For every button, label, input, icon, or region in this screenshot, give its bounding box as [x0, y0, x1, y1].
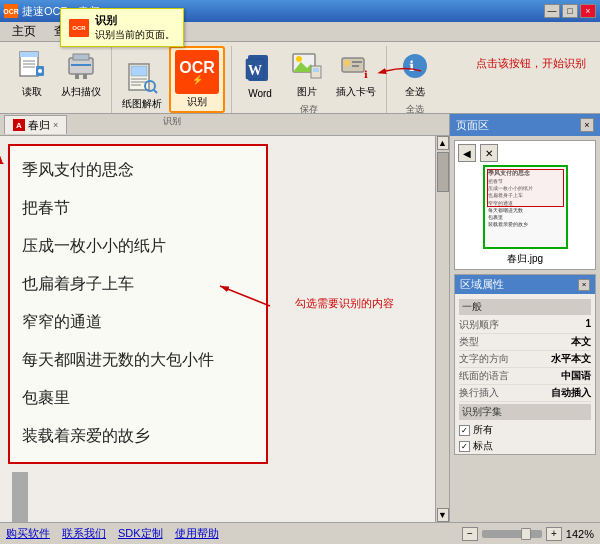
minimize-button[interactable]: — [544, 4, 560, 18]
doc-line-2: 压成一枚小小的纸片 [22, 230, 254, 264]
insert-card-icon: ℹ [338, 48, 374, 84]
filter-section: 识别字集 [459, 404, 591, 420]
properties-section: 区域属性 × 一般 识别顺序 1 类型 本文 文字的方向 水平本文 [454, 274, 596, 455]
tab-spring[interactable]: A 春归 × [4, 115, 67, 134]
read-label: 读取 [22, 85, 42, 99]
ribbon-group-file: 读取 从扫描仪 [4, 46, 112, 113]
ribbon-annotation: 点击该按钮，开始识别 [476, 56, 586, 71]
ribbon-buttons-process: 纸图解析 OCR ⚡ 识别 [118, 46, 225, 113]
tooltip-desc: 识别当前的页面。 [95, 28, 175, 42]
props-header: 区域属性 × [455, 275, 595, 294]
general-section: 一般 [459, 299, 591, 315]
window-controls: — □ × [544, 4, 596, 18]
status-bar: 购买软件 联系我们 SDK定制 使用帮助 − + 142% [0, 522, 600, 544]
parse-icon [124, 60, 160, 96]
checkbox-all-box[interactable]: ✓ [459, 425, 470, 436]
ribbon: 读取 从扫描仪 [0, 42, 600, 114]
read-icon [14, 48, 50, 84]
insert-card-button[interactable]: ℹ 插入卡号 [332, 46, 380, 101]
page-area-close-button[interactable]: × [580, 118, 594, 132]
tab-close-button[interactable]: × [53, 120, 58, 130]
picture-button[interactable]: 图片 [285, 46, 329, 101]
thumb-delete-button[interactable]: ✕ [480, 144, 498, 162]
prop-label-type: 类型 [459, 335, 479, 349]
contact-link[interactable]: 联系我们 [62, 526, 106, 541]
prop-value-insert: 自动插入 [551, 386, 591, 400]
doc-line-1: 把春节 [22, 192, 254, 226]
tab-label: 春归 [28, 118, 50, 133]
vertical-scrollbar[interactable]: ▲ ▼ [435, 136, 449, 522]
checkbox-punct-box[interactable]: ✓ [459, 441, 470, 452]
scan-button[interactable]: 从扫描仪 [57, 46, 105, 101]
select-group-label: 全选 [406, 103, 424, 116]
prop-row-direction: 文字的方向 水平本文 [459, 351, 591, 368]
app-icon: OCR [4, 4, 18, 18]
svg-rect-10 [75, 74, 79, 79]
buy-link[interactable]: 购买软件 [6, 526, 50, 541]
word-label: Word [248, 88, 272, 99]
checkbox-punct: ✓ 标点 [459, 438, 591, 454]
doc-scroll: A 季风支付的思念 把春节 压成一枚小小的纸片 也扁着身子上车 窄窄的通道 每天… [0, 136, 449, 522]
zoom-out-button[interactable]: − [462, 527, 478, 541]
page-area-controls: × [580, 118, 594, 132]
thumb-highlight [487, 169, 564, 207]
parse-button[interactable]: 纸图解析 [118, 58, 166, 113]
thumb-prev-button[interactable]: ◀ [458, 144, 476, 162]
output-group-label: 保存 [300, 103, 318, 116]
svg-text:ℹ: ℹ [364, 69, 368, 80]
content-annotation: 勾选需要识别的内容 [295, 296, 394, 311]
zoom-thumb[interactable] [521, 528, 531, 540]
ribbon-group-process: 纸图解析 OCR ⚡ 识别 识别 [112, 46, 232, 113]
region-marker: A [0, 150, 4, 168]
right-panel: 页面区 × ◀ ✕ 季风支付的思念 把春节 压成一枚小小的纸片 也扁着身子 [450, 114, 600, 522]
word-button[interactable]: W Word [238, 49, 282, 101]
help-link[interactable]: 使用帮助 [175, 526, 219, 541]
prop-row-insert: 换行插入 自动插入 [459, 385, 591, 402]
menu-item-home[interactable]: 主页 [4, 21, 44, 42]
svg-rect-13 [131, 66, 147, 76]
checkbox-all: ✓ 所有 [459, 422, 591, 438]
page-area-content: ◀ ✕ 季风支付的思念 把春节 压成一枚小小的纸片 也扁着身子上车 窄窄的通道 … [450, 136, 600, 522]
scroll-down-button[interactable]: ▼ [437, 508, 449, 522]
thumbnail-image: 季风支付的思念 把春节 压成一枚小小的纸片 也扁着身子上车 窄窄的通道 每天都咽… [483, 165, 568, 249]
maximize-button[interactable]: □ [562, 4, 578, 18]
process-group-label: 识别 [163, 115, 181, 128]
prop-row-order: 识别顺序 1 [459, 317, 591, 334]
gray-block [12, 472, 28, 522]
props-title: 区域属性 [460, 277, 504, 292]
scrollbar-thumb[interactable] [437, 152, 449, 192]
props-close-button[interactable]: × [578, 279, 590, 291]
tooltip-title: 识别 [95, 13, 175, 28]
prop-value-direction: 水平本文 [551, 352, 591, 366]
picture-icon [289, 48, 325, 84]
svg-rect-26 [313, 68, 319, 72]
ribbon-inner: 读取 从扫描仪 [0, 42, 600, 113]
thumbnail-area: ◀ ✕ 季风支付的思念 把春节 压成一枚小小的纸片 也扁着身子上车 窄窄的通道 … [454, 140, 596, 270]
word-icon: W [242, 51, 278, 87]
tooltip-popup: OCR 识别 识别当前的页面。 [60, 8, 184, 47]
parse-label: 纸图解析 [122, 97, 162, 111]
props-content: 一般 识别顺序 1 类型 本文 文字的方向 水平本文 纸面的语言 [455, 294, 595, 454]
svg-text:W: W [248, 63, 262, 78]
thumb-toolbar: ◀ ✕ [458, 144, 498, 162]
svg-point-6 [38, 69, 42, 73]
prop-row-type: 类型 本文 [459, 334, 591, 351]
prop-label-language: 纸面的语言 [459, 369, 509, 383]
tab-icon: A [13, 119, 25, 131]
zoom-slider[interactable] [482, 530, 542, 538]
page-area-header: 页面区 × [450, 114, 600, 136]
ribbon-buttons-output: W Word 图片 [238, 46, 380, 101]
scroll-up-button[interactable]: ▲ [437, 136, 449, 150]
prop-value-type: 本文 [571, 335, 591, 349]
content-area: A 春归 × OCR 识别 识别当前的页面。 A 季风支付的思念 把春节 [0, 114, 600, 522]
recognize-icon: OCR ⚡ [175, 50, 219, 94]
close-button[interactable]: × [580, 4, 596, 18]
thumbnail-label: 春归.jpg [507, 252, 543, 266]
recognize-button[interactable]: OCR ⚡ 识别 [169, 46, 225, 113]
recognize-label: 识别 [187, 95, 207, 109]
prop-label-order: 识别顺序 [459, 318, 499, 332]
zoom-in-button[interactable]: + [546, 527, 562, 541]
read-button[interactable]: 读取 [10, 46, 54, 101]
sdk-link[interactable]: SDK定制 [118, 526, 163, 541]
doc-line-7: 装载着亲爱的故乡 [22, 420, 254, 454]
